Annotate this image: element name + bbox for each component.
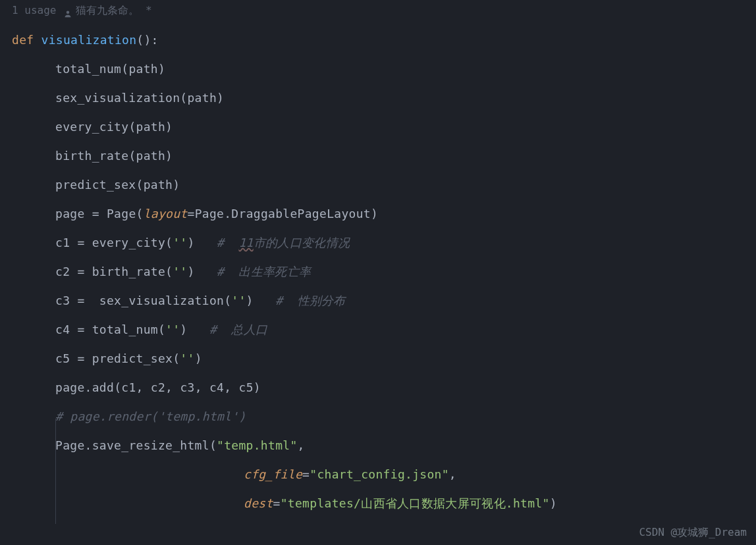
- code-editor[interactable]: def visualization(): total_num(path) sex…: [0, 22, 756, 518]
- code-line: c3 = sex_visualization('') # 性别分布: [12, 286, 744, 315]
- code-line: c1 = every_city('') # 11市的人口变化情况: [12, 228, 744, 257]
- author-name: 猫有九条命。 *: [76, 3, 151, 19]
- code-line: c4 = total_num('') # 总人口: [12, 315, 744, 344]
- indent-guide: [55, 419, 56, 524]
- code-line: birth_rate(path): [12, 142, 744, 170]
- code-line: page = Page(layout=Page.DraggablePageLay…: [12, 199, 744, 228]
- code-line: def visualization():: [12, 26, 744, 55]
- code-line: c2 = birth_rate('') # 出生率死亡率: [12, 257, 744, 286]
- keyword-def: def: [12, 31, 34, 49]
- code-line: cfg_file="chart_config.json",: [12, 460, 744, 489]
- header: 1 usage 猫有九条命。 *: [0, 0, 756, 22]
- usage-count: 1 usage: [12, 3, 56, 19]
- code-line: # page.render('temp.html'): [12, 402, 744, 431]
- code-line: dest="templates/山西省人口数据大屏可视化.html"): [12, 489, 744, 518]
- svg-point-0: [67, 11, 70, 14]
- code-line: sex_visualization(path): [12, 84, 744, 113]
- code-line: predict_sex(path): [12, 170, 744, 199]
- func-name: visualization: [41, 31, 137, 49]
- code-line: Page.save_resize_html("temp.html",: [12, 431, 744, 460]
- author-info: 猫有九条命。 *: [64, 3, 151, 19]
- watermark: CSDN @攻城狮_Dream: [639, 525, 747, 541]
- code-line: c5 = predict_sex(''): [12, 344, 744, 373]
- code-line: every_city(path): [12, 113, 744, 142]
- code-line: page.add(c1, c2, c3, c4, c5): [12, 373, 744, 402]
- user-icon: [64, 7, 72, 14]
- code-line: total_num(path): [12, 55, 744, 84]
